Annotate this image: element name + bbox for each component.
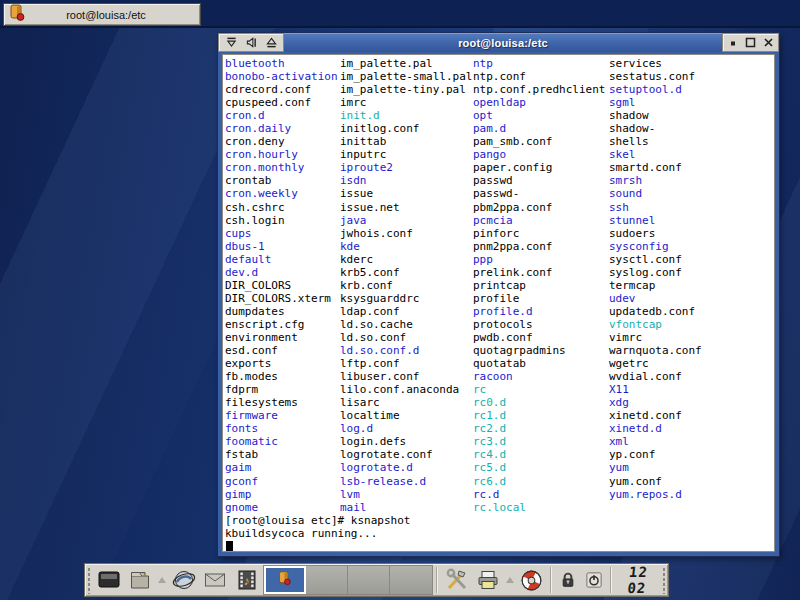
lock-icon[interactable] [555, 565, 581, 595]
printer-icon[interactable] [472, 565, 504, 595]
pager-desktop-3[interactable] [348, 566, 390, 594]
bottom-panel: ♪ [84, 563, 669, 597]
panel-clock[interactable]: 12 02 [613, 564, 662, 596]
taskbar-window-button[interactable]: root@louisa:/etc [3, 3, 201, 26]
minimize-icon[interactable] [725, 35, 741, 50]
pager-desktop-1[interactable] [264, 566, 306, 594]
pager-desktop-2[interactable] [306, 566, 348, 594]
titlebar-drag-area[interactable]: root@louisa:/etc [284, 33, 722, 52]
power-icon[interactable] [581, 565, 607, 595]
maximize-icon[interactable] [743, 35, 759, 50]
close-icon[interactable] [760, 35, 776, 50]
mail-envelope-icon[interactable] [200, 565, 232, 595]
taskbar-window-button-label: root@louisa:/etc [26, 9, 200, 21]
window-titlebar[interactable]: root@louisa:/etc [218, 33, 779, 52]
panel-grip-left[interactable] [86, 566, 92, 594]
window-title: root@louisa:/etc [458, 37, 548, 49]
panel-separator [550, 567, 552, 593]
top-taskbar-strip: root@louisa:/etc [0, 0, 800, 28]
titlebar-right-buttons [722, 33, 779, 52]
pager-desktop-4[interactable] [390, 566, 432, 594]
desktop-pager [263, 565, 433, 595]
home-folder-icon[interactable] [125, 565, 157, 595]
terminal-status-line: kbuildsycoca running... [225, 527, 377, 540]
panel-expand-arrow-icon[interactable] [156, 565, 168, 595]
konsole-icon [277, 571, 292, 590]
window-frame: bluetoothbonobo-activationcdrecord.confc… [218, 52, 779, 556]
panel-expand-arrow-icon[interactable] [504, 565, 516, 595]
svg-text:♪: ♪ [243, 574, 249, 588]
multimedia-film-icon[interactable]: ♪ [231, 565, 263, 595]
web-browser-globe-icon[interactable] [168, 565, 200, 595]
panel-separator [610, 567, 612, 593]
help-lifering-icon[interactable] [516, 565, 548, 595]
terminal-prompt-line: [root@louisa etc]# ksnapshot [225, 514, 410, 527]
terminal-screen[interactable]: bluetoothbonobo-activationcdrecord.confc… [222, 54, 775, 552]
panel-separator [436, 567, 438, 593]
terminal-screen-icon[interactable] [93, 565, 125, 595]
tools-icon[interactable] [441, 565, 473, 595]
konsole-icon [8, 4, 26, 26]
pin-icon[interactable] [243, 35, 259, 50]
shade-icon[interactable] [263, 35, 279, 50]
menu-icon[interactable] [223, 35, 239, 50]
terminal-cursor [226, 541, 233, 552]
titlebar-left-buttons [218, 33, 284, 52]
konsole-window: root@louisa:/etc bluetoothbonobo-activat… [218, 33, 779, 556]
panel-grip-right[interactable] [661, 566, 667, 594]
desktop-wallpaper[interactable]: root@louisa:/etc root@louisa:/etc [0, 0, 800, 600]
